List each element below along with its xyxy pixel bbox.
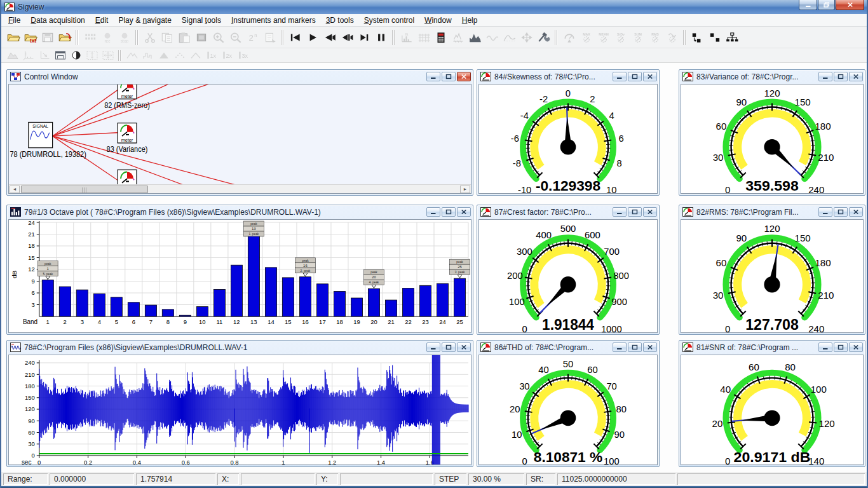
snr-window-titlebar[interactable]: 81#SNR of: 78#C:\Program ... (679, 341, 865, 354)
instrument-signal-button[interactable] (663, 29, 681, 46)
menu-item-3d-tools[interactable]: 3D tools (321, 15, 359, 26)
scroll-right-button[interactable]: ► (460, 186, 470, 193)
unlink-signals-button[interactable] (706, 29, 723, 46)
control-window-maximize-button[interactable] (442, 72, 456, 81)
rms-window-titlebar[interactable]: 82#RMS: 78#C:\Program Fil... (679, 205, 865, 219)
g83-window-close-button[interactable] (849, 72, 863, 81)
envelope-button[interactable] (501, 29, 518, 46)
variance-window-titlebar[interactable]: 83#Variance of: 78#C:\Progr... (679, 70, 865, 83)
instrument-sum-button[interactable]: SUM (629, 29, 646, 46)
g83-window-minimize-button[interactable] (818, 72, 832, 81)
3d-view-button[interactable] (4, 49, 20, 62)
skewness-window-titlebar[interactable]: 84#Skewness of: 78#C:\Pro... (477, 70, 659, 83)
zoom-3x-button[interactable]: 3x (235, 49, 251, 62)
signal-node[interactable]: SIGNAL (29, 123, 53, 148)
power-of-2-button[interactable]: 2n (244, 29, 261, 46)
g87-window-minimize-button[interactable] (613, 207, 627, 217)
main-title-bar[interactable]: Sigview (1, 0, 867, 14)
step-forward-button[interactable] (355, 29, 372, 46)
select-button[interactable] (193, 29, 210, 46)
octave-window-maximize-button[interactable] (442, 207, 456, 217)
g84-window-close-button[interactable] (643, 72, 657, 81)
copy-button[interactable] (158, 29, 175, 46)
g83-window-maximize-button[interactable] (834, 72, 848, 81)
save-button[interactable] (39, 29, 56, 46)
play-backward-button[interactable] (321, 29, 338, 46)
fft-button[interactable]: fft (398, 29, 415, 46)
g81-window-maximize-button[interactable] (834, 342, 848, 352)
control-window-button[interactable] (723, 29, 740, 46)
peak-marker[interactable]: peak162. peak (295, 258, 316, 273)
properties-button[interactable] (261, 29, 278, 46)
menu-item-data-acquisition[interactable]: Data acquisition (25, 15, 90, 26)
waveform-chart[interactable]: 030609012015018021024000.20.40.60.811.21… (9, 355, 471, 464)
octave-bar-chart[interactable]: 3691215182124123456789101112131415161718… (9, 220, 471, 332)
octave-plot-area[interactable]: 3691215182124123456789101112131415161718… (8, 219, 471, 333)
menu-item-system-control[interactable]: System control (359, 15, 419, 26)
scrollbar-thumb[interactable] (21, 186, 148, 193)
scroll-left-button[interactable]: ◄ (10, 186, 20, 193)
octave-window-close-button[interactable] (457, 207, 471, 217)
g81-window-minimize-button[interactable] (818, 342, 832, 352)
main-window-restore-button[interactable] (818, 0, 835, 10)
octave-window-minimize-button[interactable] (426, 207, 440, 217)
step-back-button[interactable] (338, 29, 355, 46)
menu-item-edit[interactable]: Edit (90, 15, 114, 26)
3d-axes-button[interactable] (20, 49, 36, 62)
instrument-stdv-button[interactable]: StDv (612, 29, 629, 46)
control-window-close-button[interactable] (457, 72, 471, 81)
axes-frame-button[interactable] (52, 49, 68, 62)
open-text-file-button[interactable]: txt (22, 29, 39, 46)
g84-window-maximize-button[interactable] (628, 72, 642, 81)
curve-peak-button[interactable] (124, 49, 140, 62)
instrument-meter-button[interactable] (560, 29, 578, 46)
signal-flow-diagram[interactable]: SIGNAL78 (DRUMROLL, 19382)meter82 (RMS-z… (9, 85, 471, 193)
wave-window-maximize-button[interactable] (442, 342, 456, 352)
peak-marker[interactable]: peak253. peak (450, 259, 470, 274)
spectrogram-button[interactable] (466, 29, 484, 46)
zoom-2x-button[interactable]: 2x (219, 49, 235, 62)
g87-window-maximize-button[interactable] (628, 207, 642, 217)
g87-window-close-button[interactable] (643, 207, 657, 217)
inverse-fft-button[interactable] (449, 29, 466, 46)
curve-line-button[interactable] (187, 49, 203, 62)
navigate-axes-button[interactable] (518, 29, 535, 46)
calculator-button[interactable] (432, 29, 449, 46)
octave-window-titlebar[interactable]: 79#1/3 Octave plot ( 78#C:\Program Files… (7, 205, 473, 219)
zoom-in-button[interactable] (210, 29, 227, 46)
link-signals-button[interactable] (689, 29, 706, 46)
g86-window-minimize-button[interactable] (613, 342, 627, 352)
g84-window-minimize-button[interactable] (613, 72, 627, 81)
menu-item-file[interactable]: File (3, 15, 25, 26)
menu-item-play-navigate[interactable]: Play & navigate (113, 15, 176, 26)
g81-window-close-button[interactable] (849, 342, 863, 352)
g82-window-close-button[interactable] (849, 207, 863, 217)
grid-button[interactable] (415, 29, 432, 46)
fit-all-button[interactable] (100, 49, 116, 62)
waveform-plot-area[interactable]: 030609012015018021024000.20.40.60.811.21… (8, 355, 471, 465)
g82-window-maximize-button[interactable] (834, 207, 848, 217)
thd-window-titlebar[interactable]: 86#THD of: 78#C:\Program... (477, 341, 659, 354)
menu-item-help[interactable]: Help (457, 15, 483, 26)
paste-button[interactable] (175, 29, 193, 46)
g86-window-close-button[interactable] (643, 342, 657, 352)
crest-factor-window-titlebar[interactable]: 87#Crest factor: 78#C:\Pro... (477, 205, 659, 219)
fit-window-button[interactable] (84, 49, 100, 62)
control-window-diagram[interactable]: SIGNAL78 (DRUMROLL, 19382)meter82 (RMS-z… (8, 84, 471, 194)
instrument-max-button[interactable]: MAX (578, 29, 595, 46)
play-button[interactable] (304, 29, 321, 46)
contrast-button[interactable] (68, 49, 84, 62)
zoom-1x-button[interactable]: 1x (203, 49, 219, 62)
skip-to-start-button[interactable] (287, 29, 304, 46)
data-acquisition-button[interactable] (81, 29, 98, 46)
control-window-minimize-button[interactable] (426, 72, 440, 81)
curve-filled-button[interactable] (156, 49, 172, 62)
control-window-titlebar[interactable]: Control Window (7, 70, 473, 83)
curve-histogram-button[interactable] (140, 49, 156, 62)
peak-marker[interactable]: peak131. peak (243, 221, 264, 236)
axes-zoom-button[interactable] (36, 49, 52, 62)
smoothing-button[interactable] (484, 29, 501, 46)
control-window-hscrollbar[interactable]: ◄► (9, 184, 471, 193)
meter-node[interactable]: meter (118, 85, 137, 99)
meter-node[interactable]: meter (118, 123, 137, 143)
